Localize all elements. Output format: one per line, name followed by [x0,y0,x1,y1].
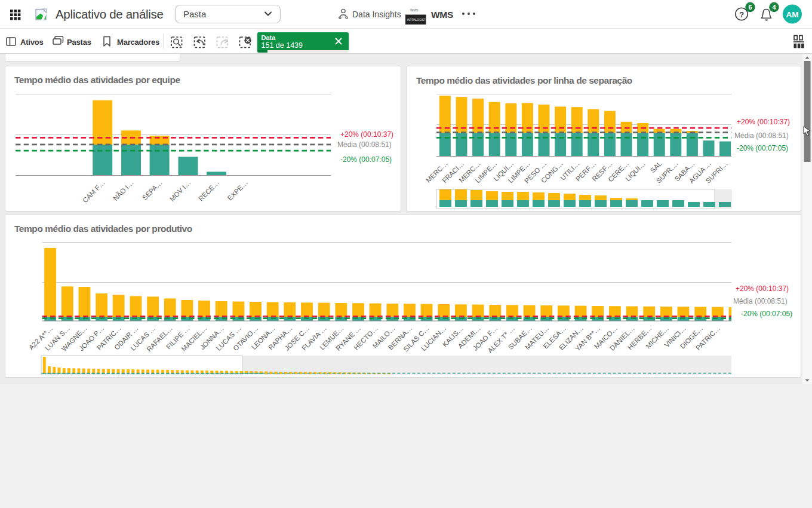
svg-text:4: 4 [772,4,776,11]
svg-text:+20% (00:10:37): +20% (00:10:37) [736,284,789,293]
svg-text:Média (00:08:51): Média (00:08:51) [734,131,789,140]
svg-text:+20% (00:10:37): +20% (00:10:37) [340,130,393,139]
svg-text:Tempo médio das atividades por: Tempo médio das atividades por equipe [14,75,180,85]
svg-text:WMS: WMS [431,10,453,20]
svg-text:6: 6 [748,4,752,11]
svg-text:Data Insights: Data Insights [352,10,401,19]
svg-text:MOV I…: MOV I… [168,179,192,203]
svg-text:SAL: SAL [649,160,663,174]
svg-text:-20% (00:07:05): -20% (00:07:05) [741,310,792,318]
svg-text:Marcadores: Marcadores [117,38,159,47]
svg-text:+20% (00:10:37): +20% (00:10:37) [737,118,790,126]
svg-text:EXPE…: EXPE… [226,179,249,201]
svg-text:Ativos: Ativos [20,38,44,47]
svg-text:-20% (00:07:05): -20% (00:07:05) [340,155,392,164]
svg-text:AM: AM [786,10,799,19]
svg-text:INTRALOGISTIC: INTRALOGISTIC [407,19,429,22]
svg-text:?: ? [739,10,744,19]
svg-text:Média (00:08:51): Média (00:08:51) [733,297,788,305]
svg-text:NÃO I…: NÃO I… [112,179,135,202]
svg-text:Pastas: Pastas [67,38,91,47]
svg-text:SEPA…: SEPA… [141,179,164,201]
svg-text:Aplicativo de análise: Aplicativo de análise [56,7,164,21]
svg-text:Média (00:08:51): Média (00:08:51) [337,140,392,149]
svg-text:Pasta: Pasta [183,9,207,19]
svg-text:-20% (00:07:05): -20% (00:07:05) [737,144,788,152]
svg-text:RECE…: RECE… [197,179,220,202]
svg-text:Tempo médio das atividades por: Tempo médio das atividades por produtivo [14,224,192,234]
svg-text:WMS: WMS [410,8,419,12]
svg-text:CAM F…: CAM F… [81,179,106,204]
svg-text:Tempo médio das atividades por: Tempo médio das atividades por linha de … [416,75,632,85]
